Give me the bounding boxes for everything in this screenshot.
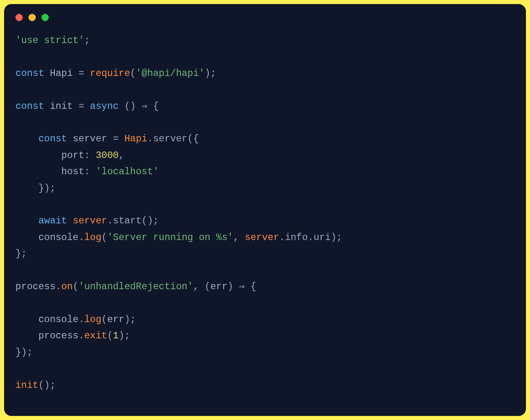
code-token: console [38, 314, 78, 325]
code-card-frame: 'use strict'; const Hapi = require('@hap… [0, 0, 530, 420]
code-token: err [107, 314, 124, 325]
close-icon[interactable] [15, 14, 23, 21]
code-token: host [61, 166, 84, 177]
code-token: .server({ [147, 133, 199, 144]
code-token: .info.uri); [279, 232, 342, 243]
code-token: }); [15, 347, 33, 358]
minimize-icon[interactable] [28, 14, 36, 21]
code-token: : [84, 150, 96, 161]
code-token: const [38, 133, 73, 144]
code-token: exit [84, 330, 107, 341]
code-token: server [73, 215, 107, 226]
code-token: ); [124, 314, 136, 325]
code-token: ); [119, 330, 130, 341]
code-token: console [38, 232, 78, 243]
code-token: = [73, 101, 90, 112]
code-token: = [107, 133, 124, 144]
code-token: ) ⇒ { [228, 281, 256, 292]
code-token: init [15, 380, 38, 391]
code-token: port [61, 150, 84, 161]
code-token: , ( [193, 281, 210, 292]
code-token: ( [107, 330, 113, 341]
code-token: }); [15, 183, 56, 194]
window-traffic-lights [15, 14, 515, 21]
code-indent [15, 133, 38, 144]
code-token: .start(); [107, 215, 159, 226]
code-token: server [73, 133, 107, 144]
code-token: ( [130, 68, 136, 79]
code-token: 1 [113, 330, 119, 341]
code-token: ; [84, 35, 90, 46]
code-token: ( [102, 314, 107, 325]
code-token: , [119, 150, 124, 161]
code-token: 'unhandledRejection' [78, 281, 193, 292]
code-token: , [233, 232, 245, 243]
code-indent [15, 166, 61, 177]
code-token: ( [73, 281, 78, 292]
code-token: init [50, 101, 73, 112]
zoom-icon[interactable] [41, 14, 49, 21]
code-token: log [84, 314, 101, 325]
code-token: Hapi [124, 133, 147, 144]
code-token: . [78, 330, 84, 341]
code-token: await [38, 215, 73, 226]
code-token: () ⇒ { [119, 101, 159, 112]
code-token: err [211, 281, 228, 292]
code-token: const [15, 68, 50, 79]
code-token: const [15, 101, 50, 112]
code-token: '@hapi/hapi' [136, 68, 204, 79]
code-indent [15, 150, 61, 161]
code-token: . [56, 281, 61, 292]
code-token: : [84, 166, 96, 177]
code-token: process [38, 330, 78, 341]
code-indent [15, 314, 38, 325]
code-token: server [245, 232, 279, 243]
code-token: 3000 [96, 150, 118, 161]
code-block: 'use strict'; const Hapi = require('@hap… [15, 32, 515, 394]
code-indent [15, 215, 38, 226]
code-token: = [73, 68, 90, 79]
code-indent [15, 330, 38, 341]
code-token: require [90, 68, 130, 79]
code-token: Hapi [50, 68, 73, 79]
code-token: on [61, 281, 73, 292]
code-token: (); [38, 380, 55, 391]
code-token: ( [102, 232, 107, 243]
code-token: }; [15, 248, 27, 259]
code-token: 'use strict' [15, 35, 84, 46]
code-token: 'localhost' [96, 166, 159, 177]
code-token: process [15, 281, 56, 292]
code-indent [15, 232, 38, 243]
code-token: . [78, 314, 84, 325]
code-token: log [84, 232, 101, 243]
code-token: async [90, 101, 119, 112]
code-token: 'Server running on %s' [107, 232, 233, 243]
code-window: 'use strict'; const Hapi = require('@hap… [4, 4, 526, 416]
code-token: ); [204, 68, 216, 79]
code-token: . [78, 232, 84, 243]
